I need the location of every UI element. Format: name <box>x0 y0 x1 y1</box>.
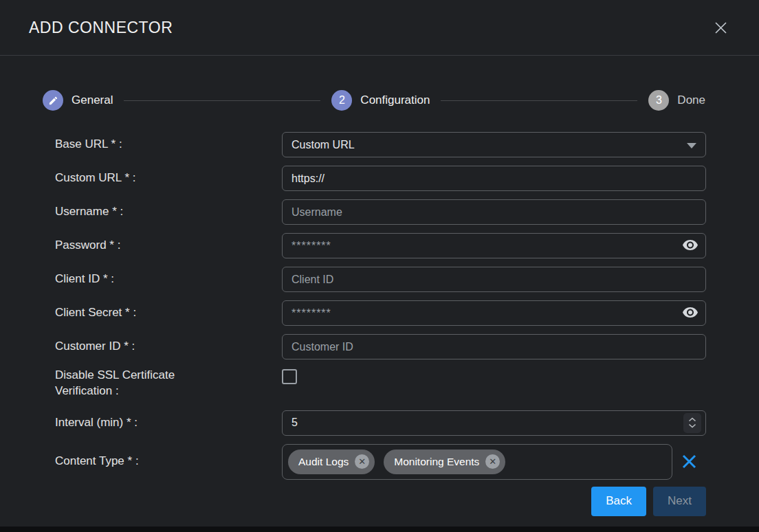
step-connector-line <box>441 100 637 101</box>
form-row-username: Username * : <box>55 199 706 225</box>
number-stepper[interactable] <box>683 413 701 433</box>
step-general-label: General <box>72 93 113 107</box>
form-row-interval: Interval (min) * : <box>55 410 706 436</box>
chevron-up-icon <box>688 417 696 422</box>
step-general-circle <box>43 90 63 111</box>
tag-label: Audit Logs <box>298 456 349 468</box>
add-connector-dialog: ADD CONNECTOR General 2 Configuration 3 … <box>0 0 759 527</box>
step-general[interactable]: General <box>43 90 113 111</box>
content-type-label: Content Type * : <box>55 454 282 469</box>
form-row-disable-ssl: Disable SSL Certificate Verification : <box>55 368 706 399</box>
step-done-circle: 3 <box>648 90 669 111</box>
interval-label: Interval (min) * : <box>55 415 282 431</box>
tag-label: Monitoring Events <box>394 456 479 468</box>
eye-icon <box>682 307 698 320</box>
form-row-base-url: Base URL * : <box>55 132 706 157</box>
chevron-down-icon <box>688 423 696 428</box>
username-input[interactable] <box>282 199 706 225</box>
form-row-password: Password * : <box>55 233 706 258</box>
form-row-client-id: Client ID * : <box>55 267 706 292</box>
step-connector-line <box>124 100 320 101</box>
client-secret-visibility-toggle[interactable] <box>681 305 699 322</box>
base-url-select[interactable] <box>282 132 706 157</box>
interval-input[interactable] <box>282 410 706 436</box>
pencil-icon <box>48 96 58 106</box>
clear-icon <box>681 453 698 470</box>
back-button[interactable]: Back <box>591 487 646 516</box>
client-id-input[interactable] <box>282 267 706 292</box>
custom-url-input[interactable] <box>282 166 706 191</box>
close-button[interactable] <box>711 18 730 37</box>
dialog-header: ADD CONNECTOR <box>0 0 759 56</box>
step-done-label: Done <box>677 93 705 107</box>
customer-id-label: Customer ID * : <box>55 339 282 355</box>
disable-ssl-label: Disable SSL Certificate Verification : <box>55 368 282 399</box>
configuration-form: Base URL * : Custom URL * : Username * :… <box>0 132 759 516</box>
username-label: Username * : <box>55 204 282 220</box>
password-visibility-toggle[interactable] <box>681 238 699 254</box>
base-url-label: Base URL * : <box>55 137 282 153</box>
form-row-content-type: Content Type * : Audit Logs ✕ Monitoring… <box>55 444 706 480</box>
tag-audit-logs: Audit Logs ✕ <box>288 450 375 474</box>
step-configuration[interactable]: 2 Configuration <box>331 90 430 111</box>
clear-content-type-button[interactable] <box>672 452 706 472</box>
dialog-footer: Back Next <box>55 480 747 516</box>
step-done: 3 Done <box>648 90 705 111</box>
disable-ssl-checkbox[interactable] <box>282 369 297 384</box>
dialog-title: ADD CONNECTOR <box>29 19 173 37</box>
tag-remove-button[interactable]: ✕ <box>485 454 500 469</box>
form-row-customer-id: Customer ID * : <box>55 334 706 359</box>
tag-remove-button[interactable]: ✕ <box>355 454 369 469</box>
next-button[interactable]: Next <box>653 487 706 516</box>
eye-icon <box>682 240 698 252</box>
form-row-client-secret: Client Secret * : <box>55 300 706 326</box>
form-row-custom-url: Custom URL * : <box>55 166 706 191</box>
client-secret-label: Client Secret * : <box>55 305 282 321</box>
tag-monitoring-events: Monitoring Events ✕ <box>384 450 505 474</box>
wizard-stepper: General 2 Configuration 3 Done <box>43 90 705 111</box>
password-label: Password * : <box>55 238 282 254</box>
password-input[interactable] <box>282 233 706 258</box>
step-configuration-circle: 2 <box>331 90 352 111</box>
client-id-label: Client ID * : <box>55 271 282 287</box>
step-configuration-label: Configuration <box>360 93 430 107</box>
content-type-multiselect[interactable]: Audit Logs ✕ Monitoring Events ✕ <box>282 444 672 480</box>
close-icon <box>714 21 728 35</box>
custom-url-label: Custom URL * : <box>55 170 282 186</box>
customer-id-input[interactable] <box>282 334 706 359</box>
client-secret-input[interactable] <box>282 300 706 326</box>
